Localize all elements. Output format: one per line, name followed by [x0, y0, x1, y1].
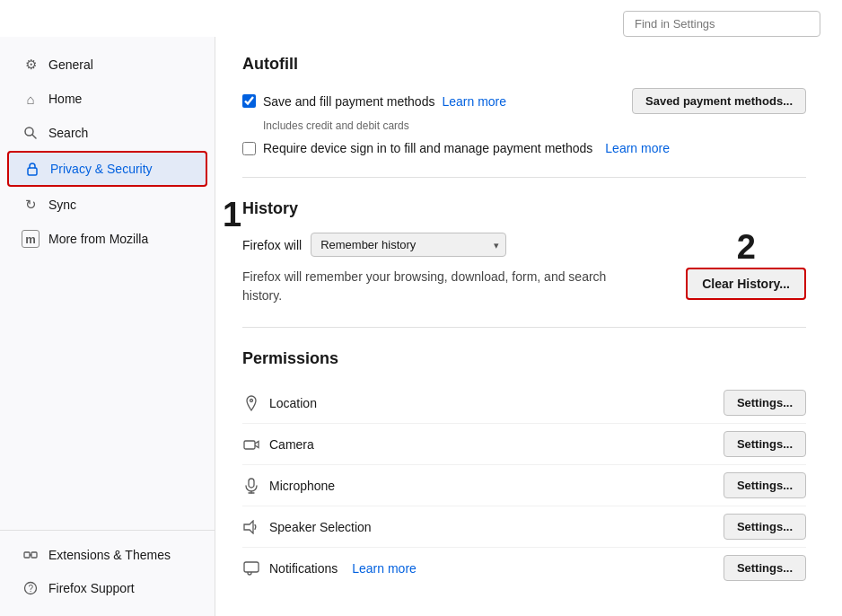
location-settings-button[interactable]: Settings... [724, 390, 806, 416]
perm-left-microphone: Microphone [242, 477, 335, 495]
history-firefox-will-row: Firefox will Remember history Never reme… [242, 233, 806, 257]
perm-left-location: Location [242, 394, 317, 412]
permissions-title: Permissions [242, 349, 806, 368]
sidebar-label-search: Search [48, 126, 88, 140]
permissions-row-notifications: Notifications Learn more Settings... [242, 548, 806, 588]
history-description: Firefox will remember your browsing, dow… [242, 268, 637, 305]
sidebar-label-firefox-support: Firefox Support [48, 581, 135, 595]
sidebar-label-sync: Sync [48, 198, 76, 212]
sidebar-item-search[interactable]: Search [7, 117, 207, 149]
camera-icon [242, 436, 260, 453]
require-device-checkbox[interactable] [242, 142, 256, 155]
autofill-save-fill-row: Save and fill payment methods Learn more… [242, 88, 806, 114]
sync-icon: ↻ [22, 196, 39, 214]
sidebar-label-more-from-mozilla: More from Mozilla [48, 232, 148, 246]
require-device-checkbox-label[interactable]: Require device sign in to fill and manag… [242, 141, 592, 155]
perm-left-camera: Camera [242, 436, 314, 453]
sidebar-item-privacy-security[interactable]: Privacy & Security [7, 151, 207, 187]
camera-settings-button[interactable]: Settings... [724, 431, 806, 457]
sidebar: ⚙ General ⌂ Home Search Privacy [0, 37, 215, 616]
svg-line-1 [32, 135, 36, 138]
require-device-label: Require device sign in to fill and manag… [263, 141, 592, 155]
main-content: Autofill Save and fill payment methods L… [215, 37, 842, 616]
privacy-security-icon [23, 160, 41, 178]
save-fill-checkbox[interactable] [242, 94, 256, 108]
sidebar-item-sync[interactable]: ↻ Sync [7, 189, 207, 221]
save-fill-checkbox-label[interactable]: Save and fill payment methods [242, 94, 434, 109]
svg-marker-12 [244, 521, 253, 533]
permissions-row-speaker: Speaker Selection Settings... [242, 506, 806, 548]
speaker-settings-button[interactable]: Settings... [724, 514, 806, 540]
sidebar-label-privacy-security: Privacy & Security [50, 162, 153, 176]
firefox-will-label: Firefox will [242, 238, 302, 252]
sidebar-item-firefox-support[interactable]: ? Firefox Support [7, 572, 207, 604]
home-icon: ⌂ [22, 90, 39, 108]
require-device-learn-more-link[interactable]: Learn more [605, 141, 670, 155]
svg-rect-8 [244, 441, 255, 449]
perm-left-speaker: Speaker Selection [242, 518, 372, 536]
perm-label-location: Location [269, 396, 317, 410]
svg-rect-4 [31, 552, 37, 558]
history-description-row: Firefox will remember your browsing, dow… [242, 268, 806, 305]
autofill-subtext: Includes credit and debit cards [263, 119, 806, 132]
speaker-icon [242, 518, 260, 536]
saved-payment-methods-button[interactable]: Saved payment methods... [632, 88, 806, 114]
extensions-icon [22, 546, 39, 564]
permissions-row-microphone: Microphone Settings... [242, 465, 806, 506]
sidebar-label-home: Home [48, 92, 82, 106]
notifications-settings-button[interactable]: Settings... [724, 555, 806, 581]
mozilla-icon: m [22, 230, 39, 248]
svg-rect-2 [28, 168, 37, 175]
autofill-save-fill-left: Save and fill payment methods Learn more [242, 94, 506, 109]
location-icon [242, 394, 260, 412]
sidebar-item-extensions-themes[interactable]: Extensions & Themes [7, 539, 207, 571]
history-section: History Firefox will Remember history Ne… [242, 199, 806, 328]
search-icon [22, 124, 39, 142]
microphone-icon [242, 477, 260, 495]
history-dropdown[interactable]: Remember history Never remember history … [311, 233, 506, 257]
save-fill-learn-more-link[interactable]: Learn more [442, 94, 506, 109]
autofill-section: Autofill Save and fill payment methods L… [242, 55, 806, 178]
require-device-row: Require device sign in to fill and manag… [242, 141, 806, 155]
sidebar-label-general: General [48, 57, 93, 72]
permissions-row-camera: Camera Settings... [242, 424, 806, 465]
history-dropdown-wrapper[interactable]: Remember history Never remember history … [311, 233, 506, 257]
svg-rect-9 [249, 479, 254, 488]
support-icon: ? [22, 579, 39, 597]
find-in-settings-input[interactable] [623, 11, 820, 37]
notifications-learn-more-link[interactable]: Learn more [352, 561, 417, 576]
perm-left-notifications: Notifications Learn more [242, 559, 417, 577]
sidebar-item-more-from-mozilla[interactable]: m More from Mozilla [7, 223, 207, 255]
perm-label-microphone: Microphone [269, 479, 335, 493]
clear-history-button[interactable]: Clear History... [686, 268, 806, 300]
autofill-title: Autofill [242, 55, 806, 74]
perm-label-notifications: Notifications [269, 561, 338, 576]
svg-point-7 [250, 399, 253, 401]
svg-text:?: ? [29, 584, 34, 594]
sidebar-item-general[interactable]: ⚙ General [7, 48, 207, 81]
save-fill-label: Save and fill payment methods [263, 94, 434, 109]
sidebar-label-extensions-themes: Extensions & Themes [48, 548, 171, 562]
general-icon: ⚙ [22, 56, 39, 74]
history-title: History [242, 199, 806, 218]
microphone-settings-button[interactable]: Settings... [724, 472, 806, 498]
permissions-row-location: Location Settings... [242, 383, 806, 424]
notifications-icon [242, 559, 260, 577]
svg-rect-3 [24, 552, 30, 558]
perm-label-camera: Camera [269, 437, 314, 452]
perm-label-speaker: Speaker Selection [269, 520, 372, 534]
svg-rect-13 [244, 562, 259, 572]
sidebar-item-home[interactable]: ⌂ Home [7, 83, 207, 115]
permissions-section: Permissions Location Settings... [242, 349, 806, 610]
